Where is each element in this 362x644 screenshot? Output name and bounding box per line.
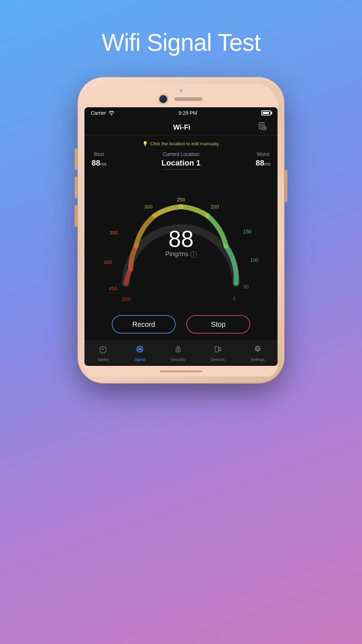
tab-devices[interactable]: Devices [211, 345, 225, 362]
gauge-unit: Ping/ms i [165, 250, 197, 258]
nav-record-icon[interactable] [258, 121, 267, 133]
worst-value: 88ms [256, 158, 270, 168]
gauge-label-400: 400 [104, 259, 113, 265]
svg-rect-16 [219, 348, 221, 351]
speed-tab-icon [98, 345, 108, 356]
phone-top-elements [159, 95, 203, 103]
info-icon[interactable]: i [191, 251, 197, 258]
gauge-label-50: 50 [243, 284, 249, 289]
home-indicator [160, 370, 202, 372]
phone-shell: Carrier 9:29 PM Wi-Fi [78, 77, 284, 383]
svg-point-11 [139, 348, 141, 350]
tab-signal[interactable]: Signal [135, 345, 146, 362]
location-row: Best 88ms Current Location Location 1 Wo… [92, 151, 270, 169]
svg-point-7 [100, 347, 106, 353]
app-content: 💡 Click the location to edit manually. B… [84, 135, 278, 341]
carrier-label: Carrier [91, 110, 106, 116]
best-label: Best [92, 151, 106, 157]
gauge-label-500: 500 [122, 296, 131, 302]
svg-line-9 [100, 348, 101, 348]
devices-tab-icon [213, 345, 223, 356]
best-value: 88ms [92, 158, 106, 168]
gauge-label-300: 300 [144, 204, 153, 210]
tab-settings[interactable]: Settings [251, 345, 265, 362]
location-hint: 💡 Click the location to edit manually. [92, 141, 270, 146]
status-bar: Carrier 9:29 PM [84, 107, 278, 119]
gauge-label-350: 350 [110, 230, 118, 236]
devices-tab-label: Devices [211, 357, 225, 362]
security-tab-label: Security [171, 357, 185, 362]
gauge-value: 88 [165, 228, 197, 250]
signal-tab-label: Signal [135, 357, 146, 362]
front-dot [179, 89, 183, 92]
settings-tab-label: Settings [251, 357, 265, 362]
gauge-label-0: 0 [233, 296, 236, 301]
security-tab-icon [174, 345, 183, 356]
status-time: 9:29 PM [179, 110, 197, 116]
status-left: Carrier [91, 110, 115, 116]
gauge-label-250: 250 [177, 197, 185, 202]
record-button[interactable]: Record [112, 315, 176, 334]
gauge-label-150: 150 [243, 229, 252, 234]
svg-point-13 [177, 350, 179, 351]
front-camera [159, 95, 167, 103]
nav-title: Wi-Fi [173, 123, 191, 131]
best-section: Best 88ms [92, 151, 106, 168]
page-title: Wifi Signal Test [102, 28, 260, 56]
tab-security[interactable]: Security [171, 345, 185, 362]
wifi-icon [108, 110, 115, 115]
stop-button[interactable]: Stop [186, 315, 250, 334]
signal-tab-icon [135, 345, 144, 356]
tab-speed[interactable]: Speed [97, 345, 109, 362]
phone-speaker [174, 97, 203, 101]
battery-icon [261, 110, 271, 115]
phone-top-bar [84, 84, 278, 107]
phone-screen: Carrier 9:29 PM Wi-Fi [84, 107, 278, 366]
nav-bar: Wi-Fi [84, 119, 278, 135]
current-location-section[interactable]: Current Location Location 1 [161, 151, 201, 169]
phone-bottom [84, 366, 278, 377]
current-label: Current Location [161, 151, 201, 157]
gauge-label-200: 200 [210, 204, 219, 210]
gauge-center: 88 Ping/ms i [165, 228, 197, 258]
gauge-label-100: 100 [250, 257, 259, 263]
gauge-label-450: 450 [109, 286, 117, 291]
hint-icon: 💡 [142, 141, 148, 146]
location-name: Location 1 [161, 158, 201, 168]
gauge-container: 250 200 150 100 50 0 300 350 400 [92, 177, 270, 304]
svg-point-18 [257, 348, 259, 350]
hint-text: Click the location to edit manually. [150, 141, 220, 146]
speed-tab-label: Speed [97, 357, 109, 362]
button-row: Record Stop [92, 315, 270, 334]
worst-section: Worst 88ms [256, 151, 270, 168]
worst-label: Worst [256, 151, 270, 157]
tab-bar: Speed Signal [84, 341, 278, 366]
location-underline [161, 169, 201, 169]
svg-line-10 [105, 348, 106, 348]
settings-tab-icon [253, 345, 262, 356]
